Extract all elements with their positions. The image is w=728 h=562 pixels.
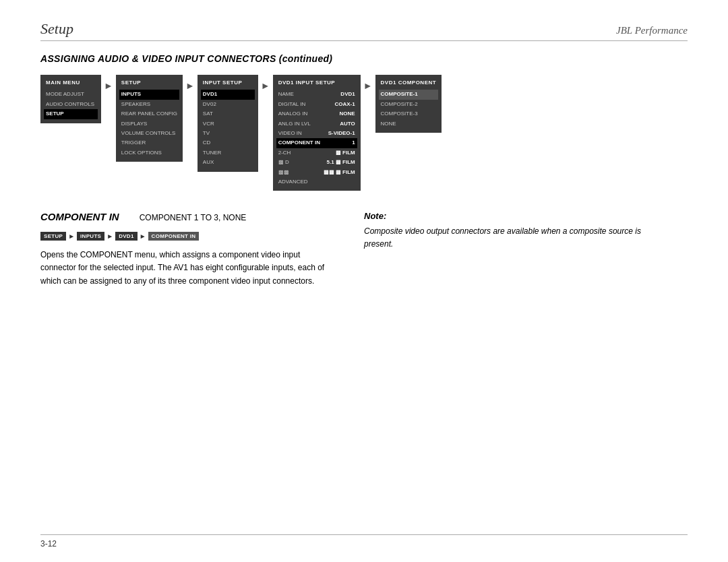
dvd1-row-name: NAME DVD1 <box>278 90 355 99</box>
dvd1-component-title: DVD1 COMPONENT <box>381 79 437 87</box>
breadcrumb: SETUP ► INPUTS ► DVD1 ► COMPONENT IN <box>40 232 337 241</box>
breadcrumb-component-in: COMPONENT IN <box>148 232 200 241</box>
breadcrumb-arrow-2: ► <box>107 232 113 240</box>
page-number: 3-12 <box>40 539 57 549</box>
input-item-vcr: VCR <box>203 119 253 129</box>
page-title: Setup <box>40 20 73 38</box>
setup-item-displays: DISPLAYS <box>121 119 177 129</box>
dvd1-row-2ch: 2-CH ▩ FILM <box>278 148 355 158</box>
component-in-heading: COMPONENT IN <box>40 211 119 222</box>
section-heading: ASSIGNING AUDIO & VIDEO INPUT CONNECTORS… <box>40 53 688 64</box>
dvd1-row-d: ▩ D 5.1 ▩ FILM <box>278 158 355 167</box>
comp-item-2: COMPOSITE-2 <box>381 100 437 109</box>
arrow-1: ► <box>101 75 116 91</box>
comp-item-3: COMPOSITE-3 <box>381 109 437 119</box>
input-setup-box: INPUT SETUP DVD1 DV02 SAT VCR TV CD TUNE… <box>198 75 258 172</box>
component-left: COMPONENT IN COMPONENT 1 TO 3, NONE SETU… <box>40 211 337 288</box>
dvd1-input-setup-box: DVD1 INPUT SETUP NAME DVD1 DIGITAL IN CO… <box>273 75 361 191</box>
main-menu-box: MAIN MENU MODE ADJUST AUDIO CONTROLS SET… <box>40 75 101 123</box>
brand-name: JBL Performance <box>616 25 688 36</box>
input-item-dvd1: DVD1 <box>201 90 255 99</box>
input-item-dv02: DV02 <box>203 100 253 109</box>
input-item-aux: AUX <box>203 158 253 167</box>
note-heading: Note: <box>364 211 647 221</box>
dvd1-row-advanced: ADVANCED <box>278 177 355 187</box>
input-item-tuner: TUNER <box>203 148 253 158</box>
setup-item-trigger: TRIGGER <box>121 138 177 148</box>
setup-menu-box: SETUP INPUTS SPEAKERS REAR PANEL CONFIG … <box>116 75 183 162</box>
dvd1-row-analog: ANALOG IN NONE <box>278 109 355 119</box>
arrow-3: ► <box>258 75 273 91</box>
setup-item-volume: VOLUME CONTROLS <box>121 129 177 138</box>
component-section: COMPONENT IN COMPONENT 1 TO 3, NONE SETU… <box>40 211 688 288</box>
comp-item-1: COMPOSITE-1 <box>379 90 439 99</box>
dvd1-row-dts: ▩▩ ▩▩ ▩ FILM <box>278 168 355 177</box>
component-in-range: COMPONENT 1 TO 3, NONE <box>140 213 247 222</box>
main-menu-title: MAIN MENU <box>46 79 96 87</box>
setup-item-lock: LOCK OPTIONS <box>121 148 177 158</box>
main-menu-item-mode: MODE ADJUST <box>46 90 96 99</box>
setup-item-speakers: SPEAKERS <box>121 100 177 109</box>
note-text: Composite video output connectors are av… <box>364 225 647 251</box>
dvd1-row-video-in: VIDEO IN S-VIDEO-1 <box>278 129 355 138</box>
dvd1-row-anlg-lvl: ANLG IN LVL AUTO <box>278 119 355 129</box>
setup-menu-title: SETUP <box>121 79 177 87</box>
input-item-tv: TV <box>203 129 253 138</box>
component-heading-row: COMPONENT IN COMPONENT 1 TO 3, NONE <box>40 211 337 226</box>
breadcrumb-arrow-3: ► <box>140 232 146 240</box>
breadcrumb-setup: SETUP <box>40 232 66 241</box>
page-header: Setup JBL Performance <box>40 20 688 41</box>
component-right: Note: Composite video output connectors … <box>364 211 647 288</box>
breadcrumb-dvd1: DVD1 <box>115 232 138 241</box>
dvd1-component-box: DVD1 COMPONENT COMPOSITE-1 COMPOSITE-2 C… <box>375 75 442 133</box>
setup-item-inputs: INPUTS <box>119 90 179 99</box>
input-item-cd: CD <box>203 138 253 148</box>
arrow-2: ► <box>183 75 198 91</box>
arrow-4: ► <box>361 75 375 91</box>
setup-item-rear: REAR PANEL CONFIG <box>121 109 177 119</box>
component-body-text: Opens the COMPONENT menu, which assigns … <box>40 249 337 288</box>
page-footer: 3-12 <box>40 534 688 549</box>
input-setup-title: INPUT SETUP <box>203 79 253 87</box>
main-menu-item-setup: SETUP <box>44 109 98 119</box>
dvd1-input-title: DVD1 INPUT SETUP <box>278 79 355 87</box>
dvd1-row-component-in: COMPONENT IN 1 <box>276 138 357 148</box>
menu-flow: MAIN MENU MODE ADJUST AUDIO CONTROLS SET… <box>40 75 688 191</box>
comp-item-none: NONE <box>381 119 437 129</box>
main-menu-item-audio: AUDIO CONTROLS <box>46 100 96 109</box>
dvd1-row-digital: DIGITAL IN COAX-1 <box>278 100 355 109</box>
breadcrumb-inputs: INPUTS <box>77 232 104 241</box>
breadcrumb-arrow-1: ► <box>68 232 75 240</box>
input-item-sat: SAT <box>203 109 253 119</box>
